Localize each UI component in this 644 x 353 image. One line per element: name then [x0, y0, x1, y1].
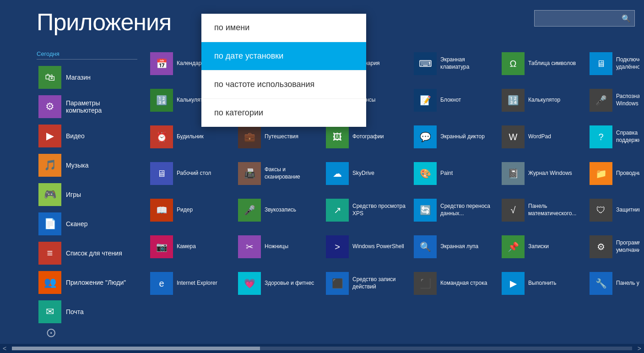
app-icon-faxscan: 📠 — [238, 162, 261, 185]
dropdown-item-by-date[interactable]: по дате установки — [201, 42, 366, 71]
app-icon-winjournal: 📓 — [502, 162, 525, 185]
app-item-health[interactable]: 💗 Здоровье и фитнес — [234, 266, 321, 301]
sidebar-item-store[interactable]: 🛍 Магазин — [37, 63, 137, 92]
app-icon-calc3: 🔢 — [502, 89, 525, 112]
app-name-calc3: Калькулятор — [528, 97, 560, 104]
app-item-narrator[interactable]: 💬 Экранный диктор — [410, 119, 497, 155]
sidebar-item-label-scanner: Сканер — [66, 220, 88, 228]
app-item-screenkeyboard[interactable]: ⌨ Экранная клавиатура — [410, 46, 497, 81]
page-title: Приложения — [37, 8, 171, 36]
app-name-remoteconn: Подключение к удалённому... — [616, 56, 639, 71]
app-item-camera[interactable]: 📷 Камера — [146, 229, 233, 265]
app-item-skydrive[interactable]: ☁ SkyDrive — [322, 156, 409, 191]
sidebar-item-label-games: Игры — [66, 191, 81, 198]
app-icon-sticky: 📌 — [502, 235, 525, 258]
app-name-reader: Ридер — [177, 206, 193, 214]
scrollbar-track[interactable] — [12, 347, 632, 350]
sidebar-item-music[interactable]: 🎵 Музыка — [37, 151, 137, 179]
sidebar-item-settings[interactable]: ⚙ Параметры компьютера — [37, 92, 137, 121]
app-item-calc3[interactable]: 🔢 Калькулятор — [498, 82, 585, 118]
app-icon-alarm: ⏰ — [150, 125, 173, 148]
app-icon-calendar: 📅 — [150, 52, 173, 75]
app-item-remoteconn[interactable]: 🖥 Подключение к удалённому... — [586, 46, 639, 81]
app-item-reader[interactable]: 📖 Ридер — [146, 192, 233, 228]
scrollbar-area: < > — [0, 344, 644, 353]
app-icon-mail: ✉ — [38, 300, 61, 323]
app-item-faxscan[interactable]: 📠 Факсы и сканирование — [234, 156, 321, 191]
app-icon-reader: 📖 — [150, 199, 173, 222]
app-item-recaction[interactable]: ⬛ Средство записи действий — [322, 266, 409, 301]
app-icon-settings: ⚙ — [38, 95, 61, 118]
app-item-ie[interactable]: e Internet Explorer — [146, 266, 233, 301]
search-input[interactable] — [538, 15, 622, 22]
sidebar-item-mail[interactable]: ✉ Почта — [37, 298, 137, 326]
app-icon-speechrec: 🎤 — [590, 89, 612, 112]
app-name-soundrec: Звукозапись — [265, 206, 296, 214]
app-item-scissors[interactable]: ✂ Ножницы — [234, 229, 321, 265]
app-item-defaultprog[interactable]: ⚙ Программы по умолчанию — [586, 229, 639, 265]
app-icon-scissors: ✂ — [238, 235, 261, 258]
app-item-cmd[interactable]: ⬛ Командная строка — [410, 266, 497, 301]
app-icon-calculator2: 🔢 — [150, 89, 173, 112]
app-name-speechrec: Распознавание речи Windows — [616, 93, 639, 107]
app-name-recaction: Средство записи действий — [352, 276, 406, 290]
app-icon-powershell: > — [326, 235, 349, 258]
app-icon-recaction: ⬛ — [326, 272, 349, 295]
app-icon-chartable: Ω — [502, 52, 525, 75]
app-item-run[interactable]: ▶ Выполнить — [498, 266, 585, 301]
app-item-explorer[interactable]: 📁 Проводник — [586, 156, 639, 191]
app-name-controlpanel: Панель управления — [616, 280, 639, 287]
dropdown-item-by-cat[interactable]: по категории — [201, 99, 366, 127]
sidebar-item-scanner[interactable]: 📄 Сканер — [37, 210, 137, 238]
app-name-datatransfer: Средство переноса данных... — [440, 203, 493, 217]
scroll-up-button[interactable]: ⊙ — [46, 325, 56, 340]
app-item-windefender[interactable]: 🛡 Защитник Windows — [586, 192, 639, 228]
app-item-notepad[interactable]: 📝 Блокнот — [410, 82, 497, 118]
app-icon-run: ▶ — [502, 272, 525, 295]
dropdown-item-by-freq[interactable]: по частоте использования — [201, 71, 366, 99]
sidebar-item-people[interactable]: 👥 Приложение "Люди" — [37, 268, 137, 297]
app-name-desktop: Рабочий стол — [177, 170, 211, 177]
app-icon-camera: 📷 — [150, 235, 173, 258]
app-item-controlpanel[interactable]: 🔧 Панель управления — [586, 266, 639, 301]
scroll-left-arrow[interactable]: < — [0, 345, 9, 352]
sidebar-item-reading[interactable]: ≡ Список для чтения — [37, 239, 137, 267]
app-name-magnifier: Экранная лупа — [440, 243, 478, 250]
app-icon-desktop: 🖥 — [150, 162, 173, 185]
app-name-health: Здоровье и фитнес — [265, 280, 314, 287]
app-item-desktop[interactable]: 🖥 Рабочий стол — [146, 156, 233, 191]
app-icon-store: 🛍 — [38, 66, 61, 89]
app-item-chartable[interactable]: Ω Таблица символов — [498, 46, 585, 81]
app-name-narrator: Экранный диктор — [440, 133, 485, 141]
app-item-powershell[interactable]: > Windows PowerShell — [322, 229, 409, 265]
search-box[interactable]: 🔍 — [534, 10, 635, 27]
app-item-help[interactable]: ? Справка и поддержка — [586, 119, 639, 155]
app-item-wordpad[interactable]: W WordPad — [498, 119, 585, 155]
search-icon: 🔍 — [622, 14, 631, 23]
app-item-sticky[interactable]: 📌 Записки — [498, 229, 585, 265]
app-name-alarm: Будильник — [177, 133, 204, 141]
app-item-speechrec[interactable]: 🎤 Распознавание речи Windows — [586, 82, 639, 118]
app-icon-screenkeyboard: ⌨ — [414, 52, 437, 75]
app-icon-narrator: 💬 — [414, 125, 437, 148]
sidebar-item-video[interactable]: ▶ Видео — [37, 122, 137, 150]
app-item-datatransfer[interactable]: 🔄 Средство переноса данных... — [410, 192, 497, 228]
app-name-mathpanel: Панель математического... — [528, 203, 581, 217]
app-icon-remoteconn: 🖥 — [590, 52, 612, 75]
scroll-right-arrow[interactable]: > — [635, 345, 644, 352]
app-item-soundrec[interactable]: 🎤 Звукозапись — [234, 192, 321, 228]
app-icon-games: 🎮 — [38, 183, 61, 206]
sidebar-item-games[interactable]: 🎮 Игры — [37, 180, 137, 209]
sidebar-item-label-reading: Список для чтения — [66, 250, 122, 257]
sidebar-item-label-settings: Параметры компьютера — [66, 99, 135, 114]
app-item-magnifier[interactable]: 🔍 Экранная лупа — [410, 229, 497, 265]
dropdown-item-by-name[interactable]: по имени — [201, 14, 366, 42]
app-name-ie: Internet Explorer — [177, 280, 217, 287]
app-item-mathpanel[interactable]: √ Панель математического... — [498, 192, 585, 228]
app-name-screenkeyboard: Экранная клавиатура — [440, 56, 493, 71]
app-name-notepad: Блокнот — [440, 97, 461, 104]
app-item-winjournal[interactable]: 📓 Журнал Windows — [498, 156, 585, 191]
app-item-paint[interactable]: 🎨 Paint — [410, 156, 497, 191]
app-name-xpsviewer: Средство просмотра XPS — [352, 203, 406, 217]
app-item-xpsviewer[interactable]: ↗ Средство просмотра XPS — [322, 192, 409, 228]
